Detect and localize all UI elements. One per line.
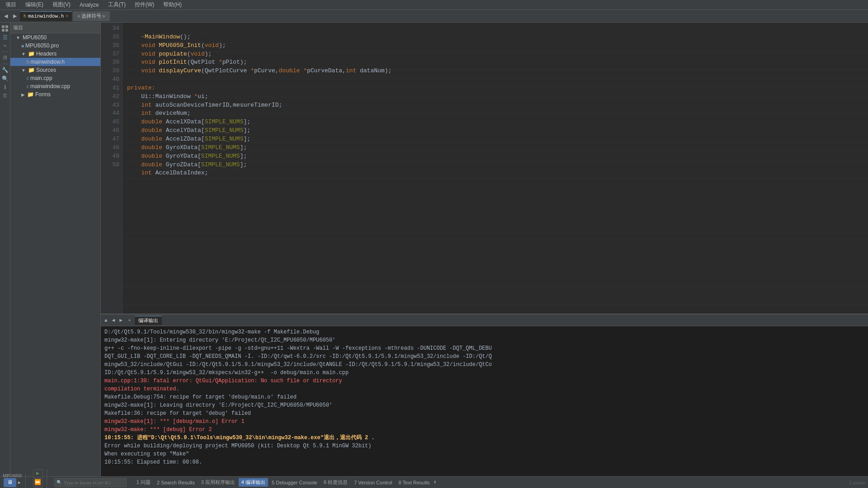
status-tab-7[interactable]: 7 Version Control <box>351 479 395 486</box>
search-input[interactable] <box>64 480 118 485</box>
menu-project[interactable]: 项目 <box>4 0 18 9</box>
tree-icon-h: h <box>27 60 29 65</box>
status-tab-1[interactable]: 1 问题 <box>134 478 153 487</box>
output-content[interactable]: D:/Qt/Qt5.9.1/Tools/mingw530_32/bin/ming… <box>101 326 868 476</box>
output-tab-plus[interactable]: ＋ <box>125 316 134 324</box>
output-tab-nav1[interactable]: ◀ <box>110 316 117 324</box>
output-line-15: Error while building/deploying project M… <box>104 442 864 450</box>
menu-view[interactable]: 视图(V) <box>51 0 72 9</box>
line-num-42: 42 <box>104 93 119 101</box>
status-tab-2[interactable]: 2 Search Results <box>154 479 198 486</box>
status-tab-4[interactable]: 4 编译输出 <box>239 478 268 487</box>
grid-view-icon[interactable] <box>1 24 9 33</box>
line-num-45: 45 <box>104 118 119 127</box>
code-line-43: int deviceNum; <box>127 110 190 117</box>
status-tab-8[interactable]: 8 Text Results <box>396 479 433 486</box>
output-line-14: 10:15:55: 进程"D:\Qt\Qt5.9.1\Tools\mingw53… <box>104 434 864 442</box>
debug-screen-icon[interactable]: 🖥 <box>4 478 16 487</box>
help-icon[interactable]: 官 <box>3 93 7 99</box>
line-num-34: 34 <box>104 24 119 33</box>
tab-bar: ◀ ▶ h mainwindow.h × ＜选择符号＞ <box>0 10 868 23</box>
line-num-47: 47 <box>104 135 119 144</box>
tree-folder-headers-label: Headers <box>36 51 57 57</box>
menu-help[interactable]: 帮助(H) <box>161 0 184 9</box>
code-line-40: private: <box>127 84 155 91</box>
line-num-48: 48 <box>104 144 119 152</box>
tab-forward-btn[interactable]: ▶ <box>11 12 19 20</box>
code-line-34: ~MainWindow(); <box>127 33 190 40</box>
tree-folder-forms-label: Forms <box>35 91 51 98</box>
code-content[interactable]: ~MainWindow(); void MPU6050_Init(void); … <box>123 23 868 314</box>
tree-icon-forms: 📁 <box>27 91 34 98</box>
code-line-35: void MPU6050_Init(void); <box>127 42 226 49</box>
run-debug-btn[interactable]: ⏩ <box>33 479 43 487</box>
tab-mainwindow-h-label: mainwindow.h <box>28 14 64 19</box>
search-icon: 🔍 <box>55 480 64 485</box>
line-num-49: 49 <box>104 152 119 161</box>
tree-icon-cpp: c <box>27 76 29 81</box>
project-panel-header: 项目 <box>10 23 100 33</box>
line-num-39: 39 <box>104 67 119 75</box>
menu-tools[interactable]: 工具(T) <box>106 0 127 9</box>
output-line-1: D:/Qt/Qt5.9.1/Tools/mingw530_32/bin/ming… <box>104 328 864 336</box>
tab-mainwindow-h[interactable]: h mainwindow.h × <box>20 11 72 21</box>
line-num-36: 36 <box>104 42 119 50</box>
tree-icon-pro: ■ <box>21 43 24 48</box>
output-line-8: compilation terminated. <box>104 385 864 393</box>
tree-folder-headers[interactable]: ▼ 📁 Headers <box>10 50 100 58</box>
tree-file-mainwindow-cpp[interactable]: c mainwindow.cpp <box>10 82 100 90</box>
separator-2 <box>1 64 9 64</box>
tree-file-pro[interactable]: ■ MPU6050.pro <box>10 42 100 50</box>
separator-1 <box>1 52 9 52</box>
info-icon[interactable]: ℹ <box>4 84 6 91</box>
tree-file-mainwindow-h[interactable]: h mainwindow.h <box>10 58 100 66</box>
menu-edit[interactable]: 编辑(E) <box>24 0 45 9</box>
output-line-11: Makefile:36: recipe for target 'debug' f… <box>104 409 864 418</box>
code-line-48: double GyroYData[SIMPLE_NUMS]; <box>127 153 247 160</box>
status-tab-5[interactable]: 5 Debugger Console <box>269 479 320 486</box>
output-line-4: DQT_GUI_LIB -DQT_CORE_LIB -DQT_NEEDS_QMA… <box>104 352 864 361</box>
output-line-2: mingw32-make[1]: Entering directory 'E:/… <box>104 336 864 344</box>
output-tab-add[interactable]: ▲ <box>103 317 109 324</box>
output-tab-compile[interactable]: 编译输出 <box>135 316 162 325</box>
debug-icon[interactable]: 调 <box>3 55 7 61</box>
tab-h-icon: h <box>24 14 26 19</box>
tab-back-btn[interactable]: ◀ <box>2 12 10 20</box>
menu-analyze[interactable]: Analyze <box>78 1 101 9</box>
edit-icon[interactable]: ✎ <box>4 43 7 49</box>
line-num-44: 44 <box>104 109 119 118</box>
output-tab-nav2[interactable]: ▶ <box>118 316 124 324</box>
debug-arrow-btn[interactable]: ▶ <box>18 480 21 485</box>
tree-root-mpu6050[interactable]: ▼ MPU6050 <box>10 33 100 42</box>
tree-folder-sources-label: Sources <box>36 67 56 73</box>
search-sidebar-icon[interactable]: 🔍 <box>2 75 9 82</box>
tree-arrow-forms: ▶ <box>21 92 25 97</box>
tree-folder-sources[interactable]: ▼ 📁 Sources <box>10 66 100 74</box>
wrench-icon[interactable]: 🔧 <box>2 67 9 74</box>
editor-wrapper: 34 35 36 37 38 39 40 41 42 43 44 45 46 4… <box>101 23 868 476</box>
menu-controls[interactable]: 控件(W) <box>133 0 156 9</box>
output-line-9: Makefile.Debug:754: recipe for target 'd… <box>104 393 864 401</box>
debug-section-label: MPU6050 <box>3 473 22 478</box>
output-line-5: mingw53_32/include/QtGui -ID:/Qt/Qt5.9.1… <box>104 361 864 369</box>
output-line-13: mingw32-make: *** [debug] Error 2 <box>104 426 864 434</box>
line-num-37: 37 <box>104 50 119 59</box>
status-tab-arrow[interactable]: ⬆ <box>433 479 436 486</box>
status-tab-6[interactable]: 6 轻度信息 <box>321 478 350 487</box>
tree-icon-sources: 📁 <box>28 67 35 73</box>
tree-file-main-cpp[interactable]: c main.cpp <box>10 74 100 82</box>
code-line-44: double AccelXData[SIMPLE_NUMS]; <box>127 118 250 125</box>
status-tabs: 1 问题 2 Search Results 3 应用程序输出 4 编译输出 5 … <box>134 478 846 487</box>
tree-icon-headers: 📁 <box>28 51 35 57</box>
watermark: 1.uwtoo <box>849 480 865 485</box>
main-area: ☰ ✎ 调 🔧 🔍 ℹ 官 项目 ▼ MPU6050 ■ MPU6050.pro <box>0 23 868 476</box>
tree-folder-forms[interactable]: ▶ 📁 Forms <box>10 90 100 99</box>
run-btn[interactable]: ▶ <box>33 469 43 478</box>
tree-file-mainwindow-label: mainwindow.cpp <box>30 83 70 89</box>
status-tab-3[interactable]: 3 应用程序输出 <box>198 478 238 487</box>
line-num-41: 41 <box>104 84 119 93</box>
code-editor[interactable]: 34 35 36 37 38 39 40 41 42 43 44 45 46 4… <box>101 23 868 314</box>
tab-close-btn[interactable]: × <box>66 14 68 19</box>
tab-symbol[interactable]: ＜选择符号＞ <box>73 11 110 21</box>
list-view-icon[interactable]: ☰ <box>3 34 8 41</box>
